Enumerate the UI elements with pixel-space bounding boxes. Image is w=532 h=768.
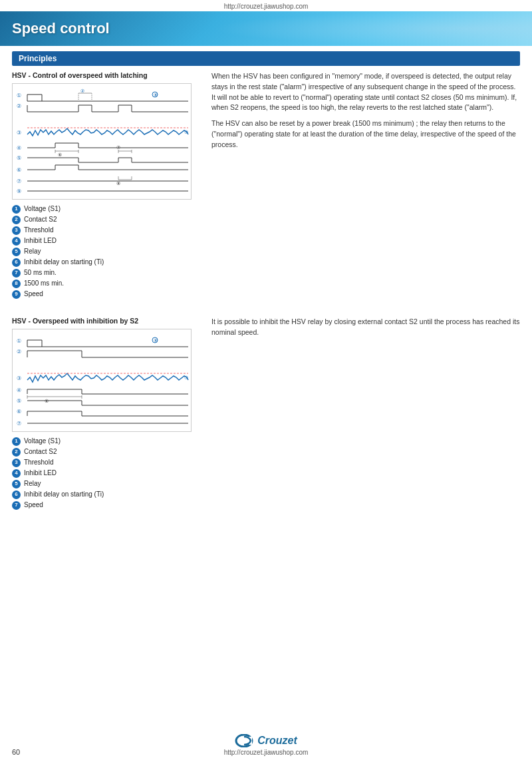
legend-item: 7Speed [12, 500, 198, 510]
svg-text:④: ④ [17, 145, 21, 151]
svg-text:①: ① [17, 93, 21, 98]
top-url: http://crouzet.jiawushop.com [0, 0, 532, 11]
diagram1-title: HSV - Control of overspeed with latching [12, 71, 198, 79]
svg-text:②: ② [80, 89, 84, 93]
footer: Crouzet http://crouzet.jiawushop.com [0, 734, 532, 756]
legend-item: 3Threshold [12, 457, 198, 468]
legend-item: 1Voltage (S1) [12, 436, 198, 447]
page-title: Speed control [12, 20, 110, 37]
section-header: Principles [12, 51, 520, 66]
main-content: HSV - Control of overspeed with latching… [0, 71, 532, 517]
legend-item: 9Speed [12, 289, 198, 299]
diagram2-legend: 1Voltage (S1)2Contact S23Threshold4Inhib… [12, 436, 198, 510]
crouzet-brand: Crouzet [235, 734, 297, 747]
legend-item: 4Inhibit LED [12, 236, 198, 246]
diagram1-desc-p2: The HSV can also be reset by a power bre… [211, 118, 520, 150]
waveform1-svg: ① ② [15, 87, 190, 196]
svg-text:⑧: ⑧ [116, 181, 120, 186]
footer-url: http://crouzet.jiawushop.com [224, 749, 309, 756]
svg-text:②: ② [17, 103, 21, 109]
legend-item: 3Threshold [12, 225, 198, 236]
svg-text:⑤: ⑤ [17, 398, 21, 404]
diagram1-right: When the HSV has been configured in "mem… [211, 71, 520, 306]
svg-text:⑨: ⑨ [184, 130, 188, 134]
svg-text:⑥: ⑥ [17, 409, 21, 415]
brand-name: Crouzet [257, 735, 297, 747]
diagram2-waveform: ① ⑧ ② ③ [12, 329, 192, 432]
header-banner: Speed control [0, 11, 532, 46]
svg-text:⑥: ⑥ [45, 399, 49, 403]
diagram2-right: It is possible to inhibit the HSV relay … [211, 317, 520, 517]
svg-text:⑥: ⑥ [58, 152, 62, 157]
svg-text:⑨: ⑨ [17, 188, 21, 194]
svg-text:④: ④ [17, 387, 21, 393]
diagram2-desc: It is possible to inhibit the HSV relay … [211, 317, 520, 338]
diagram2-title: HSV - Overspeed with inhibition by S2 [12, 317, 198, 325]
svg-text:⑧: ⑧ [154, 93, 158, 97]
svg-text:⑧: ⑧ [154, 338, 158, 343]
legend-item: 81500 ms min. [12, 278, 198, 289]
legend-item: 5Relay [12, 479, 198, 489]
legend-item: 6Inhibit delay on starting (Ti) [12, 489, 198, 500]
diagram2-section: HSV - Overspeed with inhibition by S2 ① … [12, 317, 520, 517]
svg-text:⑦: ⑦ [116, 145, 120, 150]
legend-item: 2Contact S2 [12, 214, 198, 225]
diagram1-section: HSV - Control of overspeed with latching… [12, 71, 520, 306]
crouzet-logo-icon [235, 734, 253, 747]
svg-text:⑥: ⑥ [17, 167, 21, 173]
diagram1-desc-p1: When the HSV has been configured in "mem… [211, 71, 520, 113]
diagram1-left: HSV - Control of overspeed with latching… [12, 71, 198, 306]
legend-item: 4Inhibit LED [12, 468, 198, 479]
waveform2-svg: ① ⑧ ② ③ [15, 332, 190, 429]
diagram1-waveform: ① ② [12, 83, 192, 200]
diagram2-left: HSV - Overspeed with inhibition by S2 ① … [12, 317, 198, 517]
legend-item: 2Contact S2 [12, 447, 198, 457]
legend-item: 1Voltage (S1) [12, 204, 198, 214]
svg-text:⑤: ⑤ [17, 155, 21, 161]
diagram1-legend: 1Voltage (S1)2Contact S23Threshold4Inhib… [12, 204, 198, 299]
legend-item: 5Relay [12, 246, 198, 257]
svg-text:③: ③ [17, 375, 21, 381]
footer-logo: Crouzet http://crouzet.jiawushop.com [224, 734, 309, 756]
svg-text:⑦: ⑦ [184, 375, 188, 380]
svg-text:⑦: ⑦ [17, 178, 21, 184]
svg-text:②: ② [17, 349, 21, 355]
svg-text:③: ③ [17, 130, 21, 136]
legend-item: 6Inhibit delay on starting (Ti) [12, 257, 198, 268]
legend-item: 750 ms min. [12, 268, 198, 278]
svg-text:①: ① [17, 338, 21, 344]
svg-text:⑦: ⑦ [17, 421, 21, 427]
